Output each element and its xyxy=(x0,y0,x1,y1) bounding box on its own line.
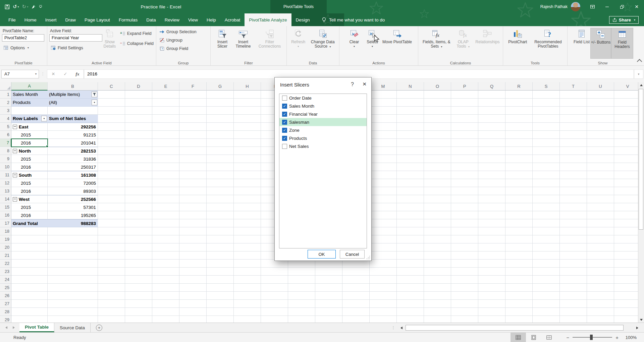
scroll-right-icon[interactable] xyxy=(634,325,640,331)
sheet-prev-icon[interactable] xyxy=(5,326,7,329)
row-header-1[interactable]: 1 xyxy=(0,91,11,99)
page-layout-view-button[interactable] xyxy=(526,333,541,342)
cell-A5[interactable]: East xyxy=(11,123,48,131)
select-button[interactable]: Select ▾ xyxy=(363,28,382,59)
cell-A16[interactable]: 2016 xyxy=(11,211,48,219)
tab-acrobat[interactable]: Acrobat xyxy=(220,13,245,26)
chevron-down-icon[interactable]: ▾ xyxy=(27,5,28,8)
checkbox-unchecked-icon[interactable] xyxy=(282,96,287,101)
insert-slicer-button[interactable]: Insert Slicer xyxy=(213,28,232,59)
cell-B7[interactable]: 201041 xyxy=(48,139,98,147)
tab-view[interactable]: View xyxy=(184,13,202,26)
cell-B5[interactable]: 292256 xyxy=(48,123,98,131)
row-header-22[interactable]: 22 xyxy=(0,260,11,268)
cell-B12[interactable]: 72005 xyxy=(48,179,98,187)
tab-pivottable-analyze[interactable]: PivotTable Analyze xyxy=(245,13,291,26)
resize-grip-icon[interactable] xyxy=(367,256,370,260)
slicer-field-sales-month[interactable]: ✓Sales Month xyxy=(279,102,367,110)
row-header-28[interactable]: 28 xyxy=(0,308,11,316)
clear-button[interactable]: Clear ▾ xyxy=(345,28,363,59)
zoom-in-icon[interactable]: + xyxy=(615,335,619,340)
move-pivottable-button[interactable]: Move PivotTable xyxy=(382,28,413,59)
collapse-field-button[interactable]: − Collapse Field xyxy=(119,41,155,47)
collapse-icon[interactable] xyxy=(13,125,17,129)
column-header-U[interactable]: U xyxy=(587,82,614,91)
tab-design[interactable]: Design xyxy=(291,13,314,26)
close-icon[interactable]: ✕ xyxy=(629,0,644,13)
active-field-input[interactable]: Financial Year xyxy=(49,34,102,42)
sheet-next-icon[interactable] xyxy=(13,326,15,329)
help-icon[interactable]: ? xyxy=(351,81,354,88)
cell-B8[interactable]: 282153 xyxy=(48,147,98,155)
row-header-12[interactable]: 12 xyxy=(0,179,11,187)
column-header-G[interactable]: G xyxy=(207,82,234,91)
save-icon[interactable] xyxy=(5,4,10,9)
sheet-tab-source-data[interactable]: Source Data xyxy=(54,323,91,332)
ok-button[interactable]: OK xyxy=(308,250,336,259)
row-header-19[interactable]: 19 xyxy=(0,235,11,243)
group-selection-button[interactable]: Group Selection xyxy=(158,29,198,35)
cell-B6[interactable]: 91215 xyxy=(48,131,98,139)
row-header-9[interactable]: 9 xyxy=(0,155,11,163)
column-header-C[interactable]: C xyxy=(98,82,125,91)
cell-B16[interactable]: 195265 xyxy=(48,211,98,219)
field-list-button[interactable]: Field List xyxy=(573,28,590,59)
tab-draw[interactable]: Draw xyxy=(61,13,80,26)
horizontal-scroll-thumb[interactable] xyxy=(406,325,624,331)
row-header-13[interactable]: 13 xyxy=(0,187,11,195)
options-button[interactable]: Options ▾ xyxy=(2,44,44,51)
name-box[interactable]: A7 ▾ xyxy=(1,70,39,78)
cell-A9[interactable]: 2015 xyxy=(11,155,48,163)
change-data-source-button[interactable]: Change Data Source ▾ xyxy=(308,28,338,59)
column-header-S[interactable]: S xyxy=(533,82,560,91)
cell-A2[interactable]: Products xyxy=(11,99,48,107)
row-header-6[interactable]: 6 xyxy=(0,131,11,139)
row-header-4[interactable]: 4 xyxy=(0,115,11,123)
format-painter-icon[interactable] xyxy=(31,4,36,9)
cell-B1[interactable]: (Multiple Items) xyxy=(48,91,98,99)
fill-handle[interactable] xyxy=(46,145,48,148)
checkbox-unchecked-icon[interactable] xyxy=(282,144,287,149)
column-header-N[interactable]: N xyxy=(397,82,424,91)
column-header-E[interactable]: E xyxy=(152,82,179,91)
cell-A17[interactable]: Grand Total xyxy=(11,219,48,227)
row-header-25[interactable]: 25 xyxy=(0,284,11,292)
expand-field-button[interactable]: + Expand Field xyxy=(119,31,155,37)
column-header-A[interactable]: A xyxy=(11,82,48,91)
row-header-20[interactable]: 20 xyxy=(0,243,11,251)
customize-quick-access-icon[interactable] xyxy=(39,5,42,9)
collapse-icon[interactable] xyxy=(13,173,17,177)
row-header-29[interactable]: 29 xyxy=(0,316,11,323)
row-header-10[interactable]: 10 xyxy=(0,163,11,171)
report-filter-chevron-icon[interactable]: ▾ xyxy=(92,100,97,105)
tab-split-handle[interactable]: ⋮ xyxy=(391,326,395,330)
pivotchart-button[interactable]: PivotChart xyxy=(505,28,530,59)
row-header-11[interactable]: 11 xyxy=(0,171,11,179)
chevron-down-icon[interactable]: ▾ xyxy=(18,5,19,8)
column-header-T[interactable]: T xyxy=(560,82,587,91)
cell-A8[interactable]: North xyxy=(11,147,48,155)
checkbox-checked-icon[interactable]: ✓ xyxy=(282,104,287,109)
row-header-26[interactable]: 26 xyxy=(0,292,11,300)
vertical-scrollbar[interactable] xyxy=(638,82,644,323)
column-header-V[interactable]: V xyxy=(614,82,641,91)
cancel-entry-icon[interactable]: ✕ xyxy=(47,71,59,76)
checkbox-checked-icon[interactable]: ✓ xyxy=(282,128,287,133)
slicer-field-salesman[interactable]: ✓Salesman xyxy=(279,118,367,126)
cell-A13[interactable]: 2016 xyxy=(11,187,48,195)
zoom-out-icon[interactable]: − xyxy=(566,335,569,340)
row-header-21[interactable]: 21 xyxy=(0,251,11,260)
tab-home[interactable]: Home xyxy=(20,13,41,26)
cell-B9[interactable]: 31836 xyxy=(48,155,98,163)
slicer-field-net-sales[interactable]: Net Sales xyxy=(279,142,367,150)
sheet-tab-pivot-table[interactable]: Pivot Table xyxy=(19,323,54,332)
slicer-field-order-date[interactable]: Order Date xyxy=(279,94,367,102)
cell-B10[interactable]: 250317 xyxy=(48,163,98,171)
checkbox-checked-icon[interactable]: ✓ xyxy=(282,136,287,141)
tab-page-layout[interactable]: Page Layout xyxy=(80,13,114,26)
page-break-preview-button[interactable] xyxy=(541,333,557,342)
row-header-16[interactable]: 16 xyxy=(0,211,11,219)
tab-file[interactable]: File xyxy=(4,13,20,26)
slicer-field-products[interactable]: ✓Products xyxy=(279,134,367,142)
tab-insert[interactable]: Insert xyxy=(41,13,61,26)
